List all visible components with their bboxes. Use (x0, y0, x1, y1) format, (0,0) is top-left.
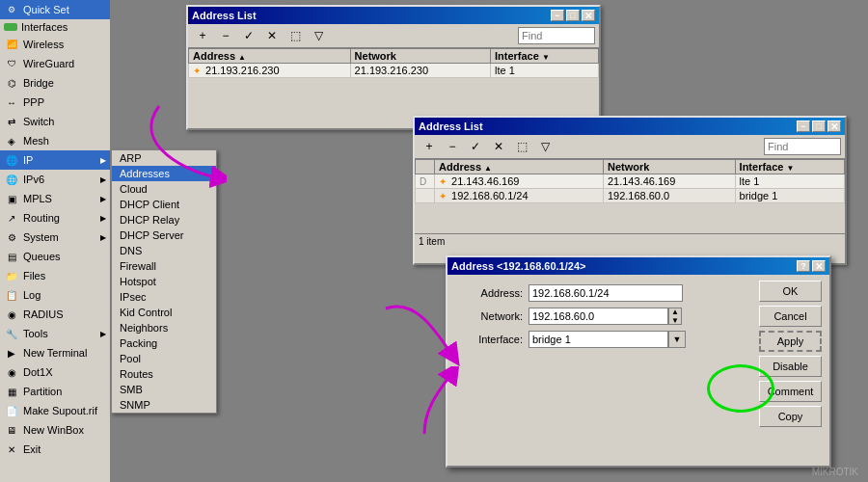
ctx-dhcpclient[interactable]: DHCP Client (112, 197, 216, 212)
table-row[interactable]: ✦ 21.193.216.230 21.193.216.230 lte 1 (189, 64, 599, 78)
sidebar-item-ip[interactable]: 🌐 IP ▶ (0, 150, 110, 170)
sidebar-item-partition[interactable]: ▦ Partition (0, 382, 110, 401)
ctx-neighbors[interactable]: Neighbors (112, 320, 216, 335)
ctx-hotspot[interactable]: Hotspot (112, 274, 216, 289)
window-controls-2: − □ ✕ (797, 120, 841, 132)
table-row[interactable]: ✦ 192.168.60.1/24 192.168.60.0 bridge 1 (416, 189, 845, 203)
cancel-button[interactable]: Cancel (759, 306, 822, 327)
remove-btn-2[interactable]: − (442, 137, 463, 156)
interface-field-input[interactable] (529, 331, 668, 348)
status-bar-2: 1 item (415, 233, 845, 249)
sidebar-item-quickset[interactable]: ⚙ Quick Set (0, 0, 110, 19)
maximize-btn-1[interactable]: □ (566, 10, 580, 21)
add-btn-2[interactable]: + (419, 137, 440, 156)
sidebar-item-tools[interactable]: 🔧 Tools ▶ (0, 324, 110, 343)
ctx-firewall[interactable]: Firewall (112, 258, 216, 274)
toolbar-2: + − ✓ ✕ ⬚ ▽ (415, 135, 845, 159)
files-icon: 📁 (4, 268, 19, 283)
filter-btn-1[interactable]: ▽ (308, 26, 329, 45)
ctx-cloud[interactable]: Cloud (112, 181, 216, 197)
minimize-btn-1[interactable]: − (551, 10, 564, 21)
sidebar-item-newwinbox[interactable]: 🖥 New WinBox (0, 420, 110, 440)
network-field-input[interactable] (529, 308, 668, 325)
sidebar-item-mpls[interactable]: ▣ MPLS ▶ (0, 189, 110, 208)
ok-button[interactable]: OK (759, 281, 822, 302)
dialog-help-btn[interactable]: ? (797, 260, 810, 272)
sidebar-item-mesh[interactable]: ◈ Mesh (0, 131, 110, 150)
ctx-addresses[interactable]: Addresses (112, 166, 216, 181)
minimize-btn-2[interactable]: − (797, 120, 810, 132)
maximize-btn-2[interactable]: □ (812, 120, 826, 132)
copy-button[interactable]: Copy (759, 406, 822, 427)
ip-icon: 🌐 (4, 152, 19, 168)
table-row[interactable]: D ✦ 21.143.46.169 21.143.46.169 lte 1 (416, 174, 845, 189)
ip-addr-icon: ✦ (193, 66, 201, 76)
ctx-pool[interactable]: Pool (112, 351, 216, 366)
ctx-smb[interactable]: SMB (112, 382, 216, 397)
ctx-routes[interactable]: Routes (112, 366, 216, 382)
ctx-dhcprelay[interactable]: DHCP Relay (112, 212, 216, 228)
sidebar-item-bridge[interactable]: ⌬ Bridge (0, 73, 110, 93)
sidebar-item-radius[interactable]: ◉ RADIUS (0, 305, 110, 324)
sidebar-item-wireguard[interactable]: 🛡 WireGuard (0, 54, 110, 73)
find-input-1[interactable] (518, 27, 595, 44)
interface-dropdown-btn[interactable]: ▼ (668, 331, 686, 348)
find-input-2[interactable] (764, 138, 841, 155)
copy-btn-1[interactable]: ✕ (261, 26, 283, 45)
find-box-2 (764, 138, 841, 155)
sidebar-item-files[interactable]: 📁 Files (0, 266, 110, 285)
remove-btn-1[interactable]: − (215, 26, 236, 45)
ctx-ipsec[interactable]: IPsec (112, 289, 216, 305)
sidebar-item-newterminal[interactable]: ▶ New Terminal (0, 343, 110, 362)
sidebar-item-interfaces[interactable]: Interfaces (0, 19, 110, 35)
address-field-label: Address: (455, 287, 523, 299)
network-spin-btn[interactable]: ▲ ▼ (668, 308, 682, 325)
interfaces-icon (4, 23, 17, 31)
paste-btn-2[interactable]: ⬚ (511, 137, 532, 156)
sidebar-item-ppp[interactable]: ↔ PPP (0, 93, 110, 112)
col-network-2: Network (603, 160, 735, 174)
sidebar-item-ipv6[interactable]: 🌐 IPv6 ▶ (0, 170, 110, 189)
edit-btn-1[interactable]: ✓ (238, 26, 259, 45)
comment-button[interactable]: Comment (759, 381, 822, 402)
toolbar-1: + − ✓ ✕ ⬚ ▽ (188, 24, 599, 48)
copy-btn-2[interactable]: ✕ (488, 137, 509, 156)
flag-cell-1: D (416, 174, 435, 189)
filter-btn-2[interactable]: ▽ (534, 137, 556, 156)
add-btn-1[interactable]: + (192, 26, 213, 45)
system-icon: ⚙ (4, 229, 19, 245)
dialog-controls: ? ✕ (797, 260, 826, 272)
sidebar-item-routing[interactable]: ↗ Routing ▶ (0, 208, 110, 228)
winbox-icon: 🖥 (4, 422, 19, 438)
network-cell-2: 21.143.46.169 (603, 174, 735, 189)
ctx-dns[interactable]: DNS (112, 243, 216, 258)
apply-button[interactable]: Apply (759, 331, 822, 352)
close-btn-1[interactable]: ✕ (582, 10, 595, 21)
ctx-arp[interactable]: ARP (112, 150, 216, 166)
sidebar-item-makesupout[interactable]: 📄 Make Supout.rif (0, 401, 110, 420)
ctx-kidcontrol[interactable]: Kid Control (112, 305, 216, 320)
dialog-close-btn[interactable]: ✕ (812, 260, 826, 272)
sidebar-item-system[interactable]: ⚙ System ▶ (0, 228, 110, 247)
ctx-snmp[interactable]: SNMP (112, 397, 216, 413)
dialog-title: Address <192.168.60.1/24> (451, 260, 585, 272)
dot1x-icon: ◉ (4, 364, 19, 380)
sidebar-item-log[interactable]: 📋 Log (0, 285, 110, 305)
sidebar-item-wireless[interactable]: 📶 Wireless (0, 35, 110, 54)
ctx-dhcpserver[interactable]: DHCP Server (112, 228, 216, 243)
sidebar-item-switch[interactable]: ⇄ Switch (0, 112, 110, 131)
address-field-input[interactable] (529, 284, 683, 302)
disable-button[interactable]: Disable (759, 356, 822, 377)
address-dialog: Address <192.168.60.1/24> ? ✕ Address: N… (446, 255, 831, 468)
sidebar-item-dot1x[interactable]: ◉ Dot1X (0, 362, 110, 382)
sidebar-item-queues[interactable]: ▤ Queues (0, 247, 110, 266)
edit-btn-2[interactable]: ✓ (465, 137, 486, 156)
sidebar-item-exit[interactable]: ✕ Exit (0, 440, 110, 459)
routing-icon: ↗ (4, 210, 19, 226)
sidebar: ⚙ Quick Set Interfaces 📶 Wireless 🛡 Wire… (0, 0, 111, 482)
close-btn-2[interactable]: ✕ (827, 120, 841, 132)
bridge-icon: ⌬ (4, 75, 19, 91)
ctx-packing[interactable]: Packing (112, 335, 216, 351)
col-interface-2: Interface ▼ (735, 160, 844, 174)
paste-btn-1[interactable]: ⬚ (285, 26, 306, 45)
